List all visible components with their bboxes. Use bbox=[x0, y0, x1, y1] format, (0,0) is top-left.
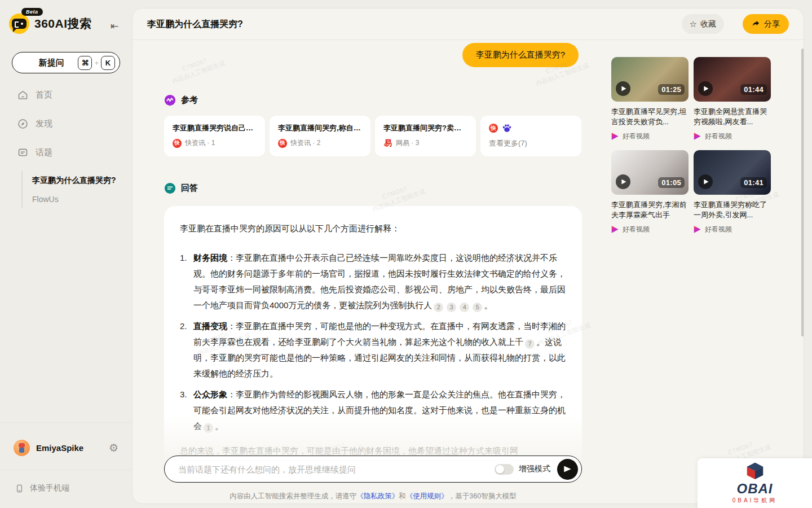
brand-logo[interactable]: Beta 360AI搜索 bbox=[9, 14, 92, 34]
footer-text: 内容由人工智能搜索并整理生成，请遵守 bbox=[230, 492, 356, 500]
sidebar-collapse-icon[interactable]: ⇤ bbox=[111, 20, 118, 32]
citation-chip[interactable]: 1 bbox=[204, 423, 213, 433]
point-term: 公众形象 bbox=[193, 389, 227, 399]
cmd-keycap: ⌘ bbox=[78, 56, 92, 70]
video-thumbnail[interactable]: 01:25 bbox=[611, 57, 689, 102]
video-title: 李亚鹏直播罕见哭穷,坦言投资失败背负... bbox=[611, 107, 689, 127]
answer-point: 1. 财务困境：李亚鹏在直播中公开表示自己已经连续一周靠吃外卖度日，这说明他的经… bbox=[180, 250, 566, 313]
topic-list-indent-line bbox=[21, 170, 23, 208]
topic-item-flowus[interactable]: FlowUs bbox=[32, 195, 59, 204]
reference-card[interactable]: 李亚鹏直播间哭穷,称自己... 快 快资讯 · 2 bbox=[270, 116, 370, 156]
composer-bar: 增强模式 bbox=[164, 456, 582, 483]
point-text: 。 bbox=[484, 300, 492, 310]
citation-chip[interactable]: 7 bbox=[525, 339, 535, 349]
sidebar-item-discover[interactable]: 发现 bbox=[17, 118, 52, 130]
answer-section-header: 回答 bbox=[164, 182, 198, 194]
point-term: 财务困境 bbox=[193, 253, 227, 262]
favorite-button[interactable]: ☆ 收藏 bbox=[682, 14, 724, 34]
compass-icon bbox=[17, 118, 29, 130]
sidebar: Beta 360AI搜索 ⇤ 新提问 ⌘ + K 首页 发现 话题 李亚鹏为什么… bbox=[0, 0, 132, 508]
video-title: 李亚鹏直播哭穷称吃了一周外卖,引发网... bbox=[694, 200, 771, 220]
answer-section-label: 回答 bbox=[181, 183, 198, 194]
video-title: 李亚鹏全网悬赏直播哭穷视频啦,网友看... bbox=[694, 107, 771, 127]
citation-chip[interactable]: 5 bbox=[473, 303, 482, 312]
netease-icon: 易 bbox=[383, 139, 392, 148]
reference-card-source: 快资讯 · 2 bbox=[290, 138, 320, 148]
sidebar-item-topics[interactable]: 话题 bbox=[17, 147, 52, 159]
obai-brand-name: OBAI bbox=[737, 483, 773, 495]
favorite-label: 收藏 bbox=[700, 19, 716, 29]
kuaizixun-icon: 快 bbox=[489, 124, 498, 133]
video-duration: 01:44 bbox=[740, 84, 767, 95]
share-button[interactable]: 分享 bbox=[743, 14, 789, 34]
video-card[interactable]: 01:41 李亚鹏直播哭穷称吃了一周外卖,引发网... 好看视频 bbox=[694, 150, 771, 234]
answer-points: 1. 财务困境：李亚鹏在直播中公开表示自己已经连续一周靠吃外卖度日，这说明他的经… bbox=[180, 250, 566, 434]
sidebar-item-home[interactable]: 首页 bbox=[17, 89, 52, 101]
new-question-button[interactable]: 新提问 ⌘ + K bbox=[12, 52, 120, 73]
video-source: 好看视频 bbox=[705, 225, 732, 234]
reference-more-card[interactable]: 快 查看更多(7) bbox=[480, 116, 581, 156]
mobile-app-label: 体验手机端 bbox=[30, 483, 69, 493]
page-title: 李亚鹏为什么直播哭穷? bbox=[147, 19, 243, 30]
video-title: 李亚鹏直播哭穷,李湘前夫李厚霖豪气出手 bbox=[611, 200, 689, 220]
video-source: 好看视频 bbox=[623, 225, 650, 234]
haokan-video-icon bbox=[611, 226, 619, 233]
citation-chip[interactable]: 3 bbox=[447, 303, 456, 312]
usage-rules-link[interactable]: 《使用规则》 bbox=[406, 492, 448, 500]
sidebar-divider bbox=[0, 422, 132, 423]
haokan-video-icon bbox=[694, 133, 701, 140]
share-label: 分享 bbox=[764, 19, 780, 29]
play-icon[interactable] bbox=[698, 81, 713, 96]
send-arrow-icon bbox=[564, 466, 571, 473]
send-button[interactable] bbox=[557, 459, 578, 480]
play-icon[interactable] bbox=[616, 81, 630, 96]
reference-card[interactable]: 李亚鹏直播间哭穷?卖惨有... 易 网易 · 3 bbox=[375, 116, 476, 156]
followup-input[interactable] bbox=[177, 464, 495, 475]
obai-caption: 0BAI导航网 bbox=[732, 497, 778, 505]
video-thumbnail[interactable]: 01:05 bbox=[611, 150, 689, 195]
obai-promo-panel[interactable]: OBAI 0BAI导航网 bbox=[698, 458, 812, 508]
scrollbar-thumb[interactable] bbox=[801, 49, 804, 336]
reference-card-title: 李亚鹏直播间哭穷?卖惨有... bbox=[383, 123, 467, 133]
shortcut-plus: + bbox=[94, 59, 99, 67]
haokan-video-icon bbox=[611, 133, 619, 140]
video-card[interactable]: 01:25 李亚鹏直播罕见哭穷,坦言投资失败背负... 好看视频 bbox=[611, 57, 689, 141]
reference-icon bbox=[164, 94, 176, 106]
reference-section-header: 参考 bbox=[164, 94, 198, 106]
point-text: ：李亚鹏在直播中哭穷，可能也是他的一种变现方式。在直播中，有网友透露，当时李湘的… bbox=[193, 321, 566, 347]
reference-card[interactable]: 李亚鹏直播哭穷说自己吃... 快 快资讯 · 1 bbox=[164, 116, 265, 156]
point-number: 2. bbox=[180, 318, 187, 334]
phone-icon bbox=[15, 484, 24, 493]
reference-more-label: 查看更多(7) bbox=[489, 138, 573, 148]
reference-card-source: 网易 · 3 bbox=[396, 138, 419, 148]
video-thumbnail[interactable]: 01:44 bbox=[694, 57, 771, 102]
avatar[interactable] bbox=[14, 440, 30, 456]
point-term: 直播变现 bbox=[193, 321, 227, 331]
user-name: EmiyaSpike bbox=[36, 443, 83, 453]
k-keycap: K bbox=[101, 56, 115, 70]
haokan-video-icon bbox=[694, 226, 701, 233]
enhance-mode-toggle[interactable] bbox=[495, 464, 514, 475]
obai-cube-icon bbox=[744, 462, 766, 481]
play-icon[interactable] bbox=[698, 174, 713, 189]
gear-icon[interactable]: ⚙ bbox=[109, 441, 118, 454]
citation-chip[interactable]: 4 bbox=[460, 303, 469, 312]
video-card[interactable]: 01:05 李亚鹏直播哭穷,李湘前夫李厚霖豪气出手 好看视频 bbox=[611, 150, 689, 234]
video-card[interactable]: 01:44 李亚鹏全网悬赏直播哭穷视频啦,网友看... 好看视频 bbox=[694, 57, 771, 141]
footer-text: ，基于360智脑大模型 bbox=[448, 492, 517, 500]
privacy-policy-link[interactable]: 《隐私政策》 bbox=[356, 492, 399, 500]
citation-chip[interactable]: 2 bbox=[434, 303, 443, 312]
main-panel: 李亚鹏为什么直播哭穷? ☆ 收藏 分享 李亚鹏为什么直播哭穷? 参考 李亚鹏直播… bbox=[132, 8, 804, 504]
reference-section-label: 参考 bbox=[181, 95, 198, 106]
play-icon[interactable] bbox=[616, 174, 630, 189]
topics-icon bbox=[17, 147, 29, 159]
new-question-label: 新提问 bbox=[25, 58, 78, 68]
point-text: ：李亚鹏作为曾经的影视圈风云人物，他的形象一直是公众关注的焦点。他在直播中哭穷，… bbox=[193, 389, 566, 431]
topic-item-current[interactable]: 李亚鹏为什么直播哭穷? bbox=[32, 176, 116, 186]
sidebar-item-label: 首页 bbox=[36, 90, 52, 100]
video-source: 好看视频 bbox=[705, 132, 732, 141]
kuaizixun-icon: 快 bbox=[173, 139, 182, 148]
point-text: 。 bbox=[215, 421, 223, 431]
video-thumbnail[interactable]: 01:41 bbox=[694, 150, 771, 195]
mobile-app-link[interactable]: 体验手机端 bbox=[15, 483, 69, 493]
